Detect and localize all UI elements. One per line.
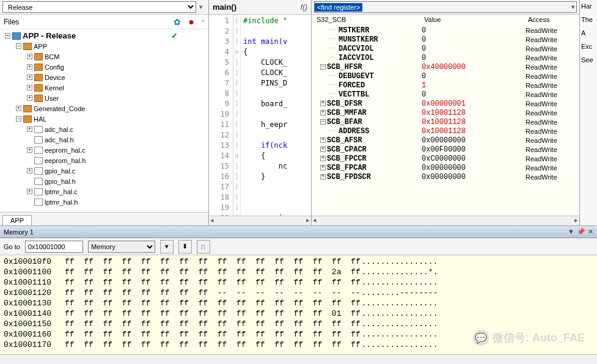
mem-tool2-button[interactable]: ⎍: [197, 240, 210, 253]
register-row[interactable]: +SCB_CPACR0x00F00000ReadWrite: [312, 145, 579, 154]
expand-icon[interactable]: +: [27, 64, 32, 70]
register-row[interactable]: −SCB_HFSR0x40000000ReadWrite: [312, 62, 579, 71]
expand-icon[interactable]: −: [320, 64, 326, 70]
register-row[interactable]: ⋯MSTKERR0ReadWrite: [312, 26, 579, 35]
expand-icon[interactable]: +: [320, 147, 326, 152]
expand-icon[interactable]: −: [5, 33, 10, 38]
dropdown-icon[interactable]: ▼: [568, 228, 574, 236]
expand-icon[interactable]: +: [320, 174, 326, 180]
release-select[interactable]: Release: [2, 1, 196, 13]
register-row[interactable]: ⋯DEBUGEVT0ReadWrite: [312, 71, 579, 81]
memory-content[interactable]: 0x100010f0ff ff ff ff ff ff ff ff ff ff …: [0, 255, 597, 354]
sidebar-text: A: [581, 29, 596, 37]
expand-icon[interactable]: +: [16, 106, 21, 111]
folder-icon: [34, 84, 43, 92]
expand-icon[interactable]: +: [27, 147, 32, 153]
memory-row[interactable]: 0x10001170ff ff ff ff ff ff ff ff ff ff …: [4, 340, 593, 350]
memory-row[interactable]: 0x10001140ff ff ff ff ff ff ff ff ff ff …: [4, 308, 593, 319]
register-row[interactable]: ⋯VECTTBL0ReadWrite: [312, 90, 579, 99]
mem-tool1-button[interactable]: ⬍: [178, 240, 192, 253]
memory-row[interactable]: 0x10001120ff ff ff ff ff ff ff ff -- -- …: [4, 288, 593, 298]
expand-icon[interactable]: +: [27, 75, 32, 80]
chevron-up-icon[interactable]: ^: [202, 18, 205, 26]
register-row[interactable]: +SCB_AFSR0x00000000ReadWrite: [312, 136, 579, 145]
gear-icon[interactable]: ✿: [174, 17, 181, 27]
tree-item[interactable]: +Config: [0, 62, 208, 72]
bottom-hscroll[interactable]: [0, 354, 597, 364]
tree-item[interactable]: +eeprom_hal.c: [0, 145, 208, 155]
expand-icon[interactable]: −: [320, 119, 326, 125]
expand-icon[interactable]: +: [27, 54, 32, 59]
folder-icon: [34, 53, 43, 60]
register-row[interactable]: +SCB_MMFAR0x10001128ReadWrite: [312, 108, 579, 117]
tree-item[interactable]: +BCM: [0, 51, 208, 62]
tree-item[interactable]: +gpio_hal.c: [0, 166, 208, 176]
mem-dropdown-button[interactable]: ▾: [160, 240, 174, 253]
tree-item[interactable]: +Generated_Code: [0, 103, 208, 114]
tree-item[interactable]: −APP: [0, 41, 208, 51]
expand-icon[interactable]: +: [27, 95, 32, 101]
hfile-icon: [34, 198, 43, 206]
code-hscroll[interactable]: ◂ ▸: [209, 216, 311, 225]
tree-item[interactable]: +lptmr_hal.c: [0, 186, 208, 197]
expand-icon[interactable]: +: [320, 110, 326, 115]
tree-dots-icon: ⋯: [329, 90, 339, 98]
reg-col-value: Value: [422, 15, 526, 26]
register-row[interactable]: +SCB_FPCCR0xC0000000ReadWrite: [312, 154, 579, 163]
expand-icon[interactable]: +: [320, 156, 326, 161]
tree-item[interactable]: +Device: [0, 72, 208, 82]
fold-column[interactable]: │││⊟│││││││││⊟││││││: [233, 15, 241, 216]
tree-dots-icon: ⋯: [329, 81, 339, 89]
expand-icon[interactable]: −: [16, 43, 21, 49]
expand-icon[interactable]: +: [320, 165, 326, 170]
register-row[interactable]: +SCB_FPDSCR0x00000000ReadWrite: [312, 172, 579, 181]
memory-row[interactable]: 0x100010f0ff ff ff ff ff ff ff ff ff ff …: [4, 257, 593, 267]
tab-app[interactable]: APP: [2, 215, 32, 225]
sidebar-text: Exc: [581, 43, 596, 50]
expand-icon[interactable]: −: [16, 116, 21, 122]
code-panel: main() f() 12345678910111213141516171819…: [209, 0, 312, 225]
register-row[interactable]: ⋯ADDRESS0x10001128ReadWrite: [312, 126, 579, 136]
memory-row[interactable]: 0x10001130ff ff ff ff ff ff ff ff ff ff …: [4, 298, 593, 308]
register-row[interactable]: ⋯FORCED1ReadWrite: [312, 81, 579, 90]
memory-row[interactable]: 0x10001110ff ff ff ff ff ff ff ff ff ff …: [4, 277, 593, 288]
find-register-select[interactable]: <find register> ▾: [314, 1, 577, 13]
memory-row[interactable]: 0x10001150ff ff ff ff ff ff ff ff ff ff …: [4, 319, 593, 329]
register-row[interactable]: −SCB_BFAR0x10001128ReadWrite: [312, 117, 579, 126]
expand-icon[interactable]: +: [27, 85, 32, 90]
register-row[interactable]: +SCB_FPCAR0x00000000ReadWrite: [312, 163, 579, 172]
expand-icon[interactable]: +: [320, 137, 326, 143]
sidebar-text: See: [581, 56, 596, 64]
register-table[interactable]: S32_SCB Value Access ⋯MSTKERR0ReadWrite⋯…: [312, 15, 579, 216]
tree-item[interactable]: adc_hal.h: [0, 134, 208, 145]
expand-icon[interactable]: +: [27, 168, 32, 173]
memory-row[interactable]: 0x10001100ff ff ff ff ff ff ff ff ff ff …: [4, 267, 593, 277]
tree-item[interactable]: gpio_hal.h: [0, 176, 208, 186]
expand-icon[interactable]: +: [27, 126, 32, 132]
file-tree[interactable]: −APP - Release✓−APP+BCM+Config+Device+Ke…: [0, 29, 208, 212]
tree-item[interactable]: +Kernel: [0, 82, 208, 93]
close-icon[interactable]: ✕: [588, 228, 593, 236]
register-row[interactable]: +SCB_DFSR0x00000001ReadWrite: [312, 99, 579, 108]
expand-icon[interactable]: +: [27, 189, 32, 194]
code-text[interactable]: #include " int main(v { CLOCK_ CLOCK_ PI…: [241, 15, 311, 216]
reg-hscroll[interactable]: ◂ ▸: [312, 216, 579, 225]
tree-label: Kernel: [45, 84, 64, 92]
tree-item[interactable]: +User: [0, 93, 208, 103]
tree-item[interactable]: −APP - Release✓: [0, 31, 208, 41]
tree-item[interactable]: eeprom_hal.h: [0, 155, 208, 166]
register-row[interactable]: ⋯MUNSTKERR0ReadWrite: [312, 35, 579, 44]
tree-item[interactable]: −HAL: [0, 114, 208, 124]
memory-row[interactable]: 0x10001160ff ff ff ff ff ff ff ff ff ff …: [4, 329, 593, 340]
record-icon[interactable]: ●: [188, 19, 194, 25]
goto-input[interactable]: [25, 241, 83, 253]
pin-icon[interactable]: 📌: [577, 228, 585, 236]
chevron-down-icon[interactable]: ▾: [196, 3, 206, 11]
tree-item[interactable]: +adc_hal.c: [0, 124, 208, 134]
register-row[interactable]: ⋯IACCVIOL0ReadWrite: [312, 53, 579, 62]
tree-item[interactable]: lptmr_hal.h: [0, 197, 208, 207]
register-row[interactable]: ⋯DACCVIOL0ReadWrite: [312, 44, 579, 53]
memory-mode-select[interactable]: Memory: [88, 241, 155, 253]
expand-icon[interactable]: +: [320, 101, 326, 106]
function-icon[interactable]: f(): [301, 3, 307, 12]
